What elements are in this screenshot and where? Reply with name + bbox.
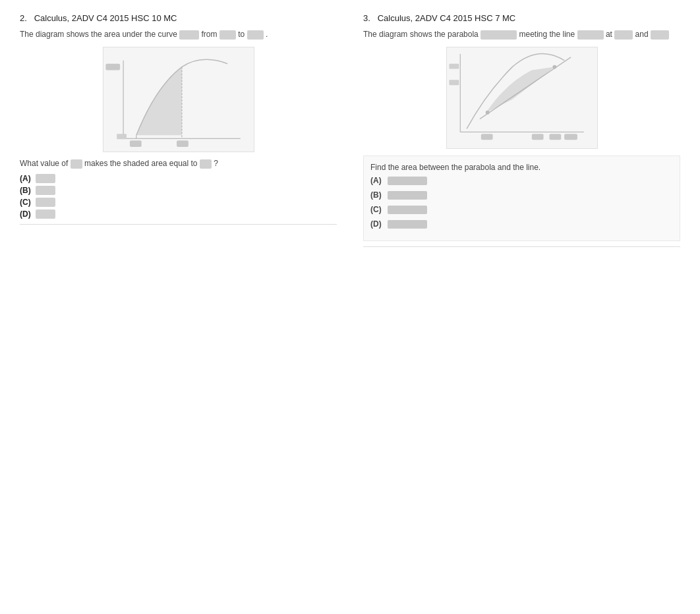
q2-option-d-label: (D) xyxy=(20,209,33,219)
q3-answer-d-label: (D) xyxy=(370,219,384,229)
q2-what-val-blur xyxy=(71,159,82,169)
q2-curve-blur xyxy=(179,30,199,40)
page-container: 2. Calculus, 2ADV C4 2015 HSC 10 MC The … xyxy=(0,0,700,265)
svg-rect-17 xyxy=(531,134,543,140)
q2-title: 2. Calculus, 2ADV C4 2015 HSC 10 MC xyxy=(20,13,337,23)
svg-point-12 xyxy=(552,65,556,69)
q2-what-value-text: What value of makes the shaded area equa… xyxy=(20,159,337,169)
q3-answer-a[interactable]: (A) xyxy=(370,176,673,185)
q3-answer-d-value xyxy=(388,220,427,229)
q3-answer-b-value xyxy=(388,191,427,200)
q3-diagram xyxy=(446,47,598,149)
question-3-block: 3. Calculus, 2ADV C4 2015 HSC 7 MC The d… xyxy=(357,7,687,259)
q2-divider xyxy=(20,224,337,225)
q3-number: 3. xyxy=(363,13,370,23)
q3-and-text: and xyxy=(635,30,649,39)
q3-title-text: Calculus, 2ADV C4 2015 HSC 7 MC xyxy=(378,13,516,23)
q2-option-c-label: (C) xyxy=(20,198,33,207)
svg-rect-4 xyxy=(129,140,141,147)
svg-point-11 xyxy=(485,111,489,115)
q3-diagram-svg xyxy=(447,47,597,148)
q2-option-b-label: (B) xyxy=(20,186,33,195)
q3-answer-b-label: (B) xyxy=(370,190,384,200)
q2-option-b[interactable]: (B) xyxy=(20,186,337,195)
q3-answer-c-label: (C) xyxy=(370,205,384,214)
q3-parabola-blur xyxy=(481,30,517,40)
q2-option-a[interactable]: (A) xyxy=(20,174,337,183)
svg-rect-6 xyxy=(105,64,120,70)
q3-at-val-blur xyxy=(614,30,633,40)
q2-diagram-svg xyxy=(103,47,254,152)
q2-option-a-label: (A) xyxy=(20,174,33,183)
svg-rect-18 xyxy=(449,64,459,69)
q2-desc-prefix: The diagram shows the area under the cur… xyxy=(20,30,177,39)
q2-diagram xyxy=(103,47,254,152)
svg-rect-5 xyxy=(177,140,189,147)
q2-option-c-value xyxy=(36,198,55,207)
question-2-block: 2. Calculus, 2ADV C4 2015 HSC 10 MC The … xyxy=(13,7,343,259)
q3-at-text: at xyxy=(606,30,612,39)
q2-equal-val-blur xyxy=(200,159,212,169)
q2-from-val-blur xyxy=(219,30,236,40)
q2-from-label: from xyxy=(202,30,218,39)
svg-rect-13 xyxy=(481,134,492,140)
q2-title-text: Calculus, 2ADV C4 2015 HSC 10 MC xyxy=(34,13,177,23)
q3-answer-b[interactable]: (B) xyxy=(370,190,673,200)
q3-meeting-text: meeting the line xyxy=(519,30,575,39)
q2-period: . xyxy=(266,30,268,39)
q2-options-list: (A) (B) (C) (D) xyxy=(20,174,337,219)
q2-option-d[interactable]: (D) xyxy=(20,209,337,219)
q2-question-mark: ? xyxy=(214,159,218,168)
q3-answer-d[interactable]: (D) xyxy=(370,219,673,229)
q3-title: 3. Calculus, 2ADV C4 2015 HSC 7 MC xyxy=(363,13,680,23)
q3-line-blur xyxy=(577,30,604,40)
svg-rect-7 xyxy=(117,134,127,139)
q2-description: The diagram shows the area under the cur… xyxy=(20,28,337,40)
q2-to-val-blur xyxy=(247,30,264,40)
svg-rect-15 xyxy=(449,80,459,85)
q2-number: 2. xyxy=(20,13,27,23)
q3-answer-a-value xyxy=(388,177,427,185)
q3-desc-prefix: The diagram shows the parabola xyxy=(363,30,479,39)
svg-rect-14 xyxy=(549,134,561,140)
q2-what-value-label: What value of xyxy=(20,159,68,168)
q3-and-val-blur xyxy=(651,30,669,40)
q3-answer-question: Find the area between the parabola and t… xyxy=(370,163,673,172)
q3-answer-c-value xyxy=(388,206,427,214)
q2-option-a-value xyxy=(36,174,55,183)
q3-description: The diagram shows the parabola meeting t… xyxy=(363,28,680,40)
q2-makes-area: makes the shaded area equal to xyxy=(84,159,197,168)
q2-option-c[interactable]: (C) xyxy=(20,198,337,207)
q2-to-label: to xyxy=(238,30,245,39)
q3-answer-a-label: (A) xyxy=(370,176,384,185)
q2-option-b-value xyxy=(36,186,55,195)
q3-answer-c[interactable]: (C) xyxy=(370,205,673,214)
svg-rect-16 xyxy=(564,134,577,140)
q2-option-d-value xyxy=(36,209,55,219)
q3-divider xyxy=(363,246,680,247)
q3-answer-choices: Find the area between the parabola and t… xyxy=(363,155,680,241)
